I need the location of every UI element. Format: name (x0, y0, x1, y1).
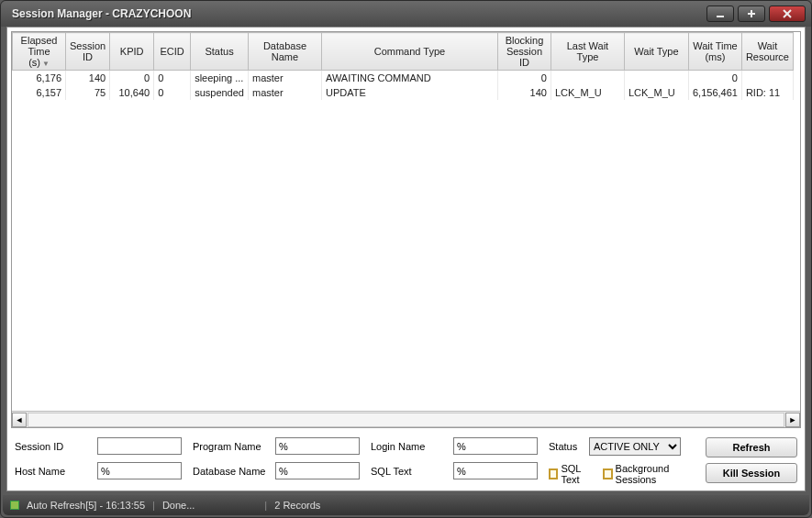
program-name-input[interactable] (275, 437, 360, 455)
status-led-icon (10, 501, 19, 510)
statusbar: Auto Refresh[5] - 16:13:55 | Done... | 2… (3, 495, 809, 515)
cell-db: master (248, 85, 321, 100)
scroll-left-button[interactable]: ◄ (12, 413, 27, 427)
column-header[interactable]: Database Name (248, 33, 321, 71)
database-name-label: Database Name (193, 466, 272, 477)
cell-status: suspended (191, 85, 249, 100)
status-select[interactable]: ACTIVE ONLY (589, 437, 681, 456)
cell-cmd: AWAITING COMMAND (321, 71, 497, 85)
column-header[interactable]: Status (191, 33, 249, 71)
column-header[interactable]: Session ID (66, 33, 110, 71)
sessions-grid[interactable]: Elapsed Time (s)▼Session IDKPIDECIDStatu… (12, 32, 800, 411)
grid-wrap: Elapsed Time (s)▼Session IDKPIDECIDStatu… (11, 31, 801, 428)
cell-session: 75 (66, 85, 110, 100)
window-title: Session Manager - CRAZYCHOON (6, 7, 706, 20)
close-button[interactable] (769, 6, 806, 22)
cell-block: 140 (497, 85, 551, 100)
cell-lastwait (551, 71, 624, 85)
cell-status: sleeping ... (191, 71, 249, 85)
filters-panel: Session ID Host Name Program Name Databa… (7, 432, 805, 490)
checkbox-icon (549, 468, 558, 479)
checkbox-icon (603, 468, 613, 479)
cell-lastwait: LCK_M_U (551, 85, 624, 100)
cell-elapsed: 6,157 (13, 85, 66, 100)
background-sessions-checkbox[interactable]: Background Sessions (603, 463, 695, 485)
sql-text-checkbox-label: SQL Text (561, 463, 594, 485)
cell-waitres: RID: 11 (741, 85, 793, 100)
refresh-button[interactable]: Refresh (706, 437, 797, 457)
host-name-label: Host Name (15, 466, 94, 477)
minimize-button[interactable] (706, 6, 734, 22)
column-header[interactable]: Elapsed Time (s)▼ (13, 33, 66, 71)
login-name-label: Login Name (371, 441, 450, 452)
horizontal-scrollbar[interactable]: ◄ ► (12, 411, 800, 427)
column-header[interactable]: Wait Resource (741, 33, 793, 71)
cell-cmd: UPDATE (321, 85, 497, 100)
column-header[interactable]: Blocking Session ID (497, 33, 551, 71)
session-id-input[interactable] (97, 437, 182, 455)
status-separator: | (152, 500, 155, 511)
status-done: Done... (162, 500, 195, 511)
window: Session Manager - CRAZYCHOON Elapsed Tim… (0, 0, 812, 518)
titlebar[interactable]: Session Manager - CRAZYCHOON (1, 1, 811, 27)
cell-elapsed: 6,176 (13, 71, 66, 85)
cell-waitms: 6,156,461 (688, 85, 741, 100)
sql-text-checkbox[interactable]: SQL Text (549, 463, 594, 485)
kill-session-button[interactable]: Kill Session (706, 463, 797, 483)
status-auto-refresh: Auto Refresh[5] - 16:13:55 (27, 500, 145, 511)
cell-wait (624, 71, 688, 85)
session-id-label: Session ID (15, 441, 94, 452)
cell-ecid: 0 (154, 85, 191, 100)
program-name-label: Program Name (193, 441, 272, 452)
scroll-right-button[interactable]: ► (785, 413, 800, 427)
background-sessions-checkbox-label: Background Sessions (616, 463, 695, 485)
cell-kpid: 10,640 (110, 85, 154, 100)
cell-waitms: 0 (688, 71, 741, 85)
scroll-track[interactable] (28, 413, 784, 427)
cell-wait: LCK_M_U (624, 85, 688, 100)
cell-block: 0 (497, 71, 551, 85)
status-separator: | (264, 500, 267, 511)
column-header[interactable]: Command Type (321, 33, 497, 71)
column-header[interactable]: Wait Time (ms) (688, 33, 741, 71)
cell-waitres (741, 71, 793, 85)
login-name-input[interactable] (453, 437, 538, 455)
sort-desc-icon: ▼ (42, 60, 50, 68)
cell-ecid: 0 (154, 71, 191, 85)
cell-db: master (248, 71, 321, 85)
column-header[interactable]: KPID (110, 33, 154, 71)
column-header[interactable]: Wait Type (624, 33, 688, 71)
cell-session: 140 (66, 71, 110, 85)
host-name-input[interactable] (97, 462, 182, 479)
sql-text-filter-label: SQL Text (371, 466, 450, 477)
client-area: Elapsed Time (s)▼Session IDKPIDECIDStatu… (6, 27, 806, 491)
maximize-button[interactable] (738, 6, 765, 22)
table-row[interactable]: 6,17614000sleeping ...masterAWAITING COM… (13, 71, 794, 85)
status-record-count: 2 Records (274, 500, 320, 511)
table-row[interactable]: 6,1577510,6400suspendedmasterUPDATE140LC… (13, 85, 794, 100)
status-label: Status (549, 441, 585, 452)
column-header[interactable]: ECID (154, 33, 191, 71)
sql-text-filter-input[interactable] (453, 462, 538, 479)
cell-kpid: 0 (110, 71, 154, 85)
database-name-input[interactable] (275, 462, 360, 479)
window-buttons (706, 6, 806, 22)
column-header[interactable]: Last Wait Type (551, 33, 624, 71)
